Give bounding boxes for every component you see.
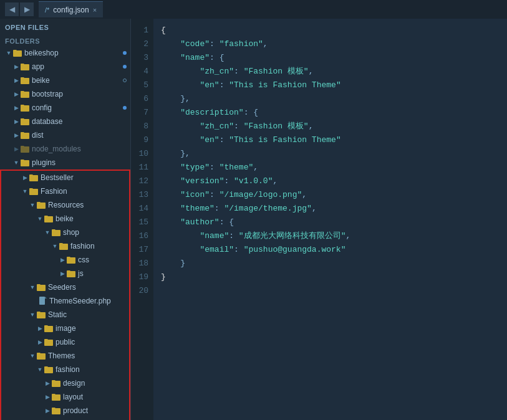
folder-icon bbox=[66, 255, 76, 264]
svg-rect-0 bbox=[39, 297, 45, 305]
chevron-right-icon: ▶ bbox=[12, 145, 20, 153]
sidebar-item-label: public bbox=[56, 338, 75, 346]
chevron-down-icon: ▼ bbox=[5, 49, 12, 57]
code-line-18: } bbox=[161, 257, 500, 270]
sidebar-item-label: Themes bbox=[48, 351, 75, 360]
chevron-right-icon: ▶ bbox=[12, 131, 20, 139]
folder-icon bbox=[12, 49, 22, 57]
code-line-12: "version": "v1.0.0", bbox=[161, 174, 500, 188]
sidebar-item-label: product bbox=[63, 406, 88, 415]
folder-icon bbox=[29, 187, 39, 196]
sidebar-item-beikeshop[interactable]: ▼ beikeshop bbox=[0, 46, 130, 60]
tab-close-button[interactable]: × bbox=[93, 6, 97, 14]
sidebar-item-bootstrap[interactable]: ▶ bootstrap bbox=[0, 87, 130, 101]
sidebar-item-shop[interactable]: ▼ shop bbox=[1, 226, 129, 239]
tab-config-json[interactable]: /* config.json × bbox=[39, 1, 103, 17]
sidebar-item-beike-nested[interactable]: ▼ beike bbox=[1, 212, 129, 226]
code-area[interactable]: { "code": "fashion", "name": { "zh_cn": … bbox=[153, 19, 507, 420]
sidebar-item-label: app bbox=[32, 62, 44, 71]
main-area: OPEN FILES FOLDERS ▼ beikeshop ▶ app bbox=[0, 19, 507, 420]
sidebar-item-bestseller[interactable]: ▶ Bestseller bbox=[1, 171, 129, 184]
editor-content: 1 2 3 4 5 6 7 8 9 10 11 12 13 14 15 16 1… bbox=[131, 19, 507, 420]
chevron-down-icon: ▼ bbox=[51, 242, 59, 250]
sidebar-item-design[interactable]: ▶ design bbox=[1, 376, 129, 390]
sidebar-item-label: database bbox=[32, 117, 62, 126]
sidebar-item-plugins[interactable]: ▼ plugins bbox=[0, 156, 130, 169]
sidebar-item-themes[interactable]: ▼ Themes bbox=[1, 349, 129, 363]
sidebar-item-beike[interactable]: ▶ beike bbox=[0, 74, 130, 87]
folders-label: FOLDERS bbox=[0, 34, 130, 46]
sidebar-item-fashion-deep[interactable]: ▼ fashion bbox=[1, 239, 129, 253]
sidebar-item-label: bootstrap bbox=[32, 90, 63, 98]
code-line-10: }, bbox=[161, 147, 500, 161]
code-line-1: { bbox=[161, 24, 500, 37]
sidebar-item-label: css bbox=[78, 255, 89, 264]
chevron-right-icon: ▶ bbox=[44, 393, 51, 401]
sidebar-item-database[interactable]: ▶ database bbox=[0, 115, 130, 128]
sidebar-item-label: node_modules bbox=[32, 145, 81, 153]
file-icon bbox=[39, 297, 47, 305]
sidebar-item-resources[interactable]: ▼ Resources bbox=[1, 198, 129, 212]
sidebar-item-label: image bbox=[56, 324, 76, 333]
open-files-label: OPEN FILES bbox=[0, 19, 130, 34]
status-badge bbox=[123, 65, 127, 69]
code-line-19: } bbox=[161, 270, 500, 284]
sidebar-item-themeseeder[interactable]: ThemeSeeder.php bbox=[1, 294, 129, 308]
chevron-right-icon: ▶ bbox=[44, 407, 51, 414]
sidebar-item-label: dist bbox=[32, 131, 44, 140]
folder-icon bbox=[51, 228, 61, 237]
chevron-right-icon: ▶ bbox=[59, 256, 66, 264]
sidebar-item-config[interactable]: ▶ config bbox=[0, 101, 130, 115]
chevron-right-icon: ▶ bbox=[12, 104, 20, 112]
sidebar-item-dist[interactable]: ▶ dist bbox=[0, 128, 130, 142]
sidebar-item-label: Bestseller bbox=[41, 173, 74, 182]
chevron-down-icon: ▼ bbox=[12, 159, 20, 166]
sidebar-item-label: plugins bbox=[32, 158, 56, 167]
sidebar-item-app[interactable]: ▶ app bbox=[0, 60, 130, 74]
red-outline-box: ▶ Bestseller ▼ Fashion ▼ bbox=[0, 169, 130, 420]
folder-icon bbox=[44, 338, 54, 346]
nav-back-button[interactable]: ◀ bbox=[5, 2, 19, 16]
sidebar-item-public[interactable]: ▶ public bbox=[1, 335, 129, 349]
sidebar-item-label: beike bbox=[56, 214, 74, 223]
sidebar-item-js[interactable]: ▶ js bbox=[1, 267, 129, 280]
folder-icon bbox=[51, 379, 61, 388]
sidebar-item-label: shop bbox=[63, 228, 79, 237]
nav-arrows: ◀ ▶ bbox=[5, 2, 34, 16]
nav-forward-button[interactable]: ▶ bbox=[20, 2, 34, 16]
chevron-right-icon: ▶ bbox=[12, 77, 20, 84]
sidebar-item-label: ThemeSeeder.php bbox=[49, 297, 111, 305]
chevron-right-icon: ▶ bbox=[59, 270, 66, 277]
sidebar-item-static[interactable]: ▼ Static bbox=[1, 308, 129, 322]
sidebar-item-label: layout bbox=[63, 393, 83, 401]
folder-icon bbox=[20, 145, 30, 153]
folder-icon bbox=[36, 351, 46, 360]
code-line-7: "description": { bbox=[161, 106, 500, 120]
folder-icon bbox=[51, 393, 61, 401]
code-line-17: "email": "pushuo@guangda.work" bbox=[161, 243, 500, 257]
chevron-down-icon: ▼ bbox=[44, 229, 51, 236]
sidebar-item-fashion[interactable]: ▼ Fashion bbox=[1, 184, 129, 198]
sidebar-item-label: fashion bbox=[56, 365, 80, 374]
code-line-8: "zh_cn": "Fashion 模板", bbox=[161, 120, 500, 133]
sidebar-item-seeders[interactable]: ▼ Seeders bbox=[1, 280, 129, 294]
sidebar-item-node-modules[interactable]: ▶ node_modules bbox=[0, 142, 130, 156]
sidebar-item-label: fashion bbox=[70, 242, 95, 251]
line-numbers: 1 2 3 4 5 6 7 8 9 10 11 12 13 14 15 16 1… bbox=[131, 19, 153, 420]
sidebar-item-css[interactable]: ▶ css bbox=[1, 253, 129, 267]
sidebar-item-product[interactable]: ▶ product bbox=[1, 404, 129, 418]
sidebar-item-label: design bbox=[63, 379, 85, 388]
code-line-15: "author": { bbox=[161, 216, 500, 229]
folder-icon bbox=[20, 62, 30, 71]
status-badge bbox=[123, 106, 127, 110]
sidebar-item-image[interactable]: ▶ image bbox=[1, 322, 129, 335]
code-line-20 bbox=[161, 284, 500, 298]
chevron-down-icon: ▼ bbox=[29, 284, 36, 291]
sidebar-item-shared[interactable]: ▶ shared bbox=[1, 418, 129, 420]
code-line-3: "name": { bbox=[161, 51, 500, 65]
tab-file-icon: /* bbox=[45, 6, 49, 14]
chevron-down-icon: ▼ bbox=[36, 215, 44, 222]
sidebar-item-fashion-themes[interactable]: ▼ fashion bbox=[1, 363, 129, 376]
sidebar-item-layout[interactable]: ▶ layout bbox=[1, 390, 129, 404]
code-line-5: "en": "This is Fashion Theme" bbox=[161, 79, 500, 92]
